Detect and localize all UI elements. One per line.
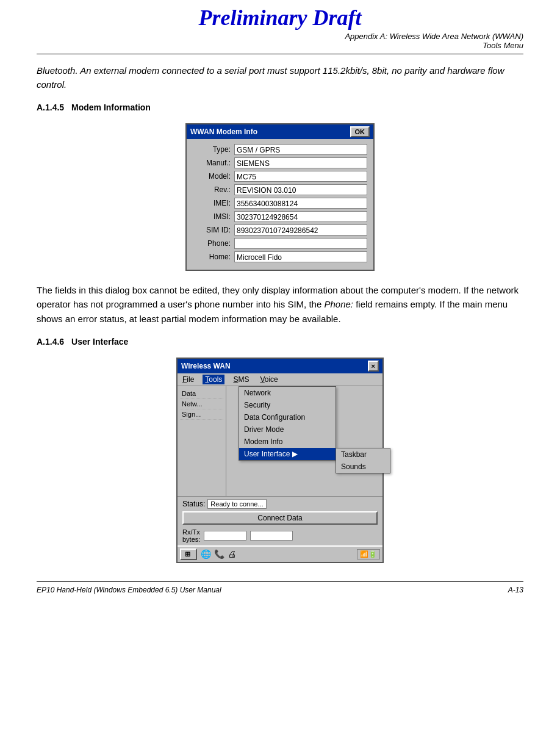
wwan-modem-row: Type:GSM / GPRS	[193, 144, 367, 155]
wwan-modem-row: IMSI:302370124928654	[193, 211, 367, 222]
taskbar-icon-2: 📞	[214, 549, 224, 559]
status-value: Ready to conne...	[207, 499, 266, 509]
wwan-field-value: MC75	[234, 171, 367, 182]
wwan-field-value: 89302370107249286542	[234, 225, 367, 235]
menu-item-security[interactable]: Security	[239, 399, 336, 411]
status-label: Status:	[182, 500, 205, 508]
section-modem-title: Modem Information	[71, 102, 151, 112]
wwanui-taskbar: ⊞ 🌐 📞 🖨 📶🔋	[178, 545, 382, 562]
wwan-field-value: SIEMENS	[234, 157, 367, 168]
wwan-modem-row: Model:MC75	[193, 171, 367, 182]
body-text-modem: The fields in this dialog box cannot be …	[37, 283, 523, 326]
wwan-modem-row: Rev.:REVISION 03.010	[193, 184, 367, 195]
wwan-modem-row: Phone:	[193, 238, 367, 249]
wwan-field-label: IMEI:	[193, 199, 234, 207]
rxtx-row: Rx/Tx bytes:	[182, 528, 378, 543]
modem-dialog-titlebar: WWAN Modem Info OK	[187, 124, 373, 139]
section-ui-title: User Interface	[71, 337, 128, 347]
submenu-container: User Interface ▶ Taskbar Sounds	[239, 448, 336, 460]
wwan-field-value: GSM / GPRS	[234, 144, 367, 155]
wwanui-titlebar: Wireless WAN ×	[178, 359, 382, 373]
menu-file[interactable]: File	[180, 375, 196, 384]
menu-item-modem-info[interactable]: Modem Info	[239, 436, 336, 448]
intro-paragraph: Bluetooth. An external modem connected t…	[37, 64, 523, 92]
menu-sms[interactable]: SMS	[231, 375, 251, 384]
wwan-field-value: 302370124928654	[234, 211, 367, 222]
wwan-field-label: Phone:	[193, 239, 234, 248]
wwan-modem-row: SIM ID:89302370107249286542	[193, 225, 367, 235]
wwanui-content: Data Netw... Sign... Network Security Da…	[178, 386, 382, 496]
taskbar-start-button[interactable]: ⊞	[180, 548, 197, 560]
section-modem-num: A.1.4.5	[37, 102, 64, 112]
user-interface-submenu: Taskbar Sounds	[336, 448, 390, 473]
modem-dialog-container: WWAN Modem Info OK Type:GSM / GPRSManuf.…	[37, 123, 523, 271]
status-row: Status: Ready to conne...	[182, 499, 378, 509]
wwan-modem-row: IMEI:355634003088124	[193, 198, 367, 209]
wwanui-menubar: File Tools SMS Voice	[178, 373, 382, 386]
modem-dialog-body: Type:GSM / GPRSManuf.:SIEMENSModel:MC75R…	[187, 139, 373, 270]
rxtx-box-1	[204, 531, 246, 541]
wwanui-title: Wireless WAN	[181, 362, 231, 370]
wwanui-left-panel: Data Netw... Sign...	[178, 386, 226, 496]
wwan-modem-row: Home:Microcell Fido	[193, 251, 367, 262]
intro-rest: . An external modem connected to a seria…	[37, 65, 504, 90]
connect-data-button[interactable]: Connect Data	[182, 511, 378, 525]
page-footer: EP10 Hand-Held (Windows Embedded 6.5) Us…	[37, 581, 523, 594]
left-item-signal[interactable]: Sign...	[180, 409, 223, 420]
menu-item-data-config[interactable]: Data Configuration	[239, 411, 336, 423]
page-title: Preliminary Draft	[37, 5, 523, 31]
wwan-modem-row: Manuf.:SIEMENS	[193, 157, 367, 168]
taskbar-icon-3: 🖨	[228, 549, 237, 559]
section-modem-heading: A.1.4.5 Modem Information	[37, 102, 523, 112]
subtitle-line1: Appendix A: Wireless Wide Area Network (…	[37, 32, 523, 41]
tools-dropdown-menu: Network Security Data Configuration Driv…	[239, 386, 336, 461]
taskbar-clock: 📶🔋	[357, 549, 380, 559]
modem-dialog-ok[interactable]: OK	[350, 126, 370, 137]
left-item-data[interactable]: Data	[180, 389, 223, 399]
footer-left: EP10 Hand-Held (Windows Embedded 6.5) Us…	[37, 586, 221, 594]
rxtx-box-2	[250, 531, 293, 541]
wwan-field-label: Rev.:	[193, 185, 234, 194]
wwan-field-value: Microcell Fido	[234, 251, 367, 262]
wwan-field-label: SIM ID:	[193, 226, 234, 234]
page-header: Preliminary Draft Appendix A: Wireless W…	[37, 0, 523, 50]
submenu-taskbar[interactable]: Taskbar	[336, 448, 390, 461]
wwan-field-value: REVISION 03.010	[234, 184, 367, 195]
wwan-modem-dialog: WWAN Modem Info OK Type:GSM / GPRSManuf.…	[185, 123, 375, 271]
footer-right: A-13	[508, 586, 523, 594]
section-ui-heading: A.1.4.6 User Interface	[37, 337, 523, 347]
wwanui-dialog-container: Wireless WAN × File Tools SMS Voice Data…	[37, 358, 523, 563]
wwan-field-value: 355634003088124	[234, 198, 367, 209]
wwan-field-label: Home:	[193, 253, 234, 261]
left-item-network[interactable]: Netw...	[180, 399, 223, 409]
menu-item-network[interactable]: Network	[239, 387, 336, 399]
wwan-field-value	[234, 238, 367, 249]
section-ui-num: A.1.4.6	[37, 337, 64, 347]
menu-tools[interactable]: Tools	[203, 375, 224, 384]
wwan-field-label: IMSI:	[193, 212, 234, 221]
rxtx-label: Rx/Tx bytes:	[182, 528, 200, 543]
wwan-field-label: Type:	[193, 145, 234, 154]
wwanui-main-area: Network Security Data Configuration Driv…	[226, 386, 382, 496]
wwanui-close-button[interactable]: ×	[368, 361, 379, 372]
start-icon: ⊞	[185, 550, 190, 558]
menu-voice[interactable]: Voice	[257, 375, 280, 384]
wwan-field-label: Model:	[193, 172, 234, 181]
submenu-sounds[interactable]: Sounds	[336, 461, 390, 473]
subtitle-line2: Tools Menu	[37, 41, 523, 50]
modem-dialog-title: WWAN Modem Info	[190, 128, 257, 136]
header-divider	[37, 54, 523, 54]
wwan-field-label: Manuf.:	[193, 159, 234, 167]
menu-item-driver-mode[interactable]: Driver Mode	[239, 423, 336, 436]
taskbar-icon-1: 🌐	[201, 549, 210, 559]
phone-field-label: Phone:	[324, 299, 353, 309]
wwanui-bottom: Status: Ready to conne... Connect Data R…	[178, 496, 382, 545]
wwanui-dialog: Wireless WAN × File Tools SMS Voice Data…	[176, 358, 384, 563]
bluetooth-term: Bluetooth	[37, 65, 75, 76]
menu-item-user-interface[interactable]: User Interface ▶	[239, 448, 336, 460]
